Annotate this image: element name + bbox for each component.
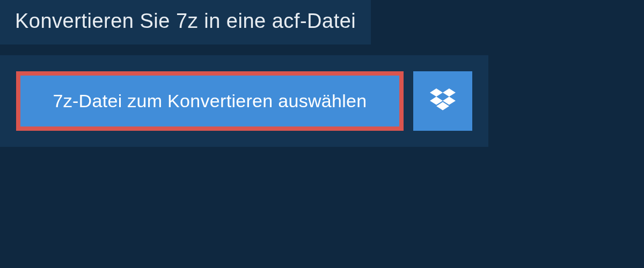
select-file-button[interactable]: 7z-Datei zum Konvertieren auswählen bbox=[16, 71, 404, 131]
upload-panel: 7z-Datei zum Konvertieren auswählen bbox=[0, 55, 488, 147]
page-title: Konvertieren Sie 7z in eine acf-Datei bbox=[15, 10, 356, 32]
dropbox-icon bbox=[430, 88, 456, 114]
select-file-button-label: 7z-Datei zum Konvertieren auswählen bbox=[53, 91, 367, 111]
title-bar: Konvertieren Sie 7z in eine acf-Datei bbox=[0, 0, 371, 44]
dropbox-button[interactable] bbox=[413, 71, 472, 131]
